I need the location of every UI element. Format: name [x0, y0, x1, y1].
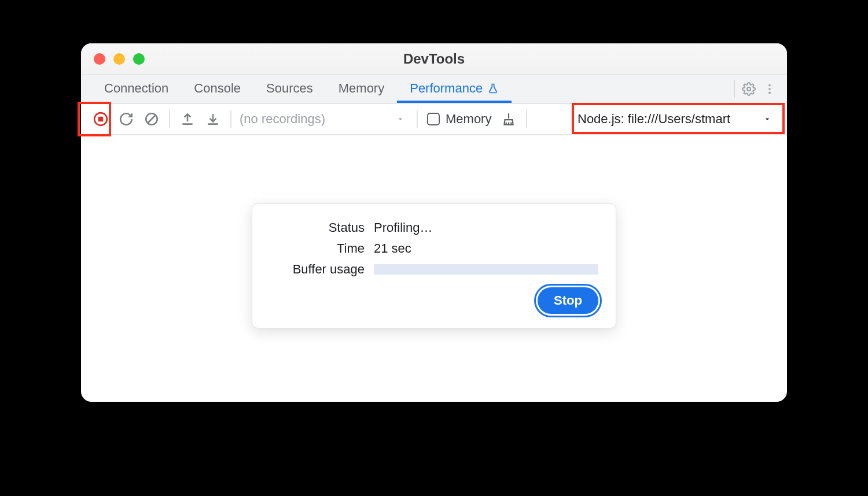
memory-checkbox[interactable]: Memory	[424, 112, 495, 127]
flask-icon	[487, 83, 499, 94]
svg-point-3	[768, 92, 771, 94]
svg-point-0	[747, 87, 751, 91]
collect-garbage-button[interactable]	[497, 108, 520, 131]
upload-icon	[180, 112, 195, 127]
performance-toolbar: (no recordings) Memory Node.js: file:///…	[81, 104, 787, 135]
memory-checkbox-label: Memory	[446, 112, 491, 127]
time-value: 21 sec	[374, 241, 598, 256]
reload-record-button[interactable]	[115, 108, 138, 131]
panel-tabs: Connection Console Sources Memory Perfor…	[81, 75, 787, 104]
tab-label: Performance	[410, 81, 483, 96]
svg-rect-5	[98, 117, 104, 122]
buffer-usage-bar	[374, 264, 598, 275]
status-label: Status	[270, 220, 374, 235]
svg-line-7	[148, 116, 156, 123]
checkbox-icon	[427, 113, 440, 125]
kebab-icon	[763, 83, 776, 95]
buffer-usage-label: Buffer usage	[270, 262, 374, 277]
recordings-dropdown[interactable]: (no recordings)	[237, 112, 411, 127]
settings-button[interactable]	[738, 79, 759, 99]
tab-memory[interactable]: Memory	[326, 75, 397, 103]
profiling-dialog: Status Profiling… Time 21 sec Buffer usa…	[252, 203, 616, 328]
tab-label: Memory	[339, 81, 384, 96]
tab-console[interactable]: Console	[181, 75, 253, 103]
svg-point-2	[768, 88, 771, 90]
tab-label: Sources	[266, 81, 313, 96]
broom-icon	[501, 112, 516, 127]
record-stop-icon	[93, 112, 108, 127]
target-selector[interactable]: Node.js: file:///Users/stmart	[571, 109, 779, 129]
upload-button[interactable]	[176, 108, 199, 131]
tab-sources[interactable]: Sources	[253, 75, 326, 103]
target-selector-label: Node.js: file:///Users/stmart	[578, 112, 730, 127]
dropdown-arrow-icon	[763, 114, 772, 124]
download-icon	[205, 112, 220, 127]
performance-panel-body: Status Profiling… Time 21 sec Buffer usa…	[81, 135, 787, 402]
svg-point-1	[768, 84, 771, 87]
tab-performance[interactable]: Performance	[397, 75, 512, 103]
devtools-window: DevTools Connection Console Sources Memo…	[81, 43, 787, 402]
chevron-down-icon	[396, 114, 405, 124]
clear-button[interactable]	[140, 108, 163, 131]
record-button[interactable]	[89, 108, 112, 131]
tab-connection[interactable]: Connection	[91, 75, 181, 103]
window-titlebar: DevTools	[81, 43, 787, 75]
window-title: DevTools	[81, 51, 787, 67]
status-value: Profiling…	[374, 220, 598, 235]
clear-icon	[144, 112, 159, 127]
reload-icon	[119, 112, 134, 127]
time-label: Time	[270, 241, 374, 256]
gear-icon	[742, 82, 756, 96]
more-menu-button[interactable]	[759, 79, 780, 99]
stop-button-label: Stop	[554, 293, 582, 308]
recordings-label: (no recordings)	[240, 112, 325, 127]
stop-button[interactable]: Stop	[538, 287, 598, 314]
tab-label: Connection	[104, 81, 168, 96]
download-button[interactable]	[201, 108, 225, 131]
tab-label: Console	[194, 81, 241, 96]
